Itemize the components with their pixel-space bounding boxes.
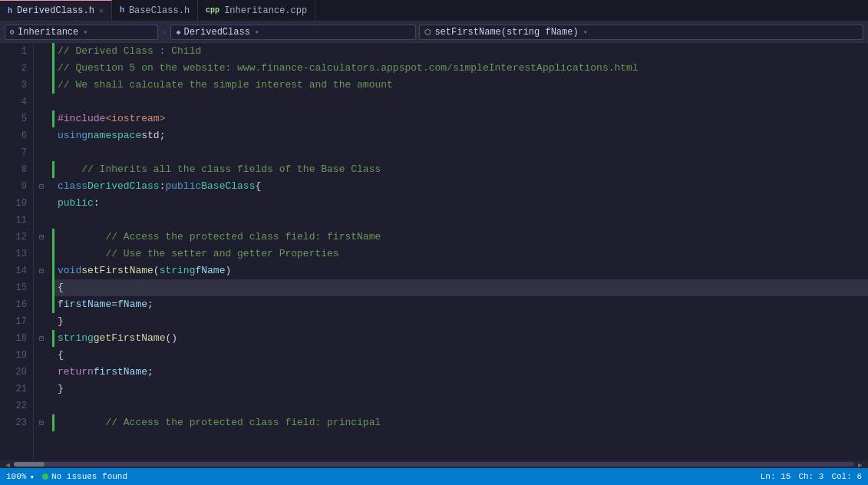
line-number: 12 [6, 229, 27, 246]
toolbar: ⚙ Inheritance ▾ › ◆ DerivedClass ▾ ⬡ set… [0, 21, 868, 43]
gutter-line [34, 161, 49, 178]
gutter-line [34, 212, 49, 229]
code-line[interactable] [52, 398, 868, 414]
green-bar-empty [52, 398, 58, 414]
code-line[interactable]: { [52, 279, 868, 296]
green-bar-empty [52, 212, 58, 229]
tab-label-derivedclass-h: DerivedClass.h [17, 5, 94, 16]
code-line[interactable] [52, 212, 868, 229]
code-line[interactable]: { [52, 347, 868, 364]
tab-icon-h2: h [120, 6, 124, 15]
code-line[interactable]: class DerivedClass : public BaseClass { [52, 178, 868, 195]
green-bar-empty [52, 347, 58, 364]
green-bar-empty [52, 381, 58, 398]
scope-label: Inheritance [18, 27, 78, 38]
line-number: 22 [6, 398, 27, 414]
status-left: 100% ▾ No issues found [6, 472, 751, 482]
tab-baseclass-h[interactable]: h BaseClass.h [112, 0, 198, 21]
code-line[interactable]: // Use the setter and getter Properties [52, 246, 868, 262]
col-label: Col: 6 [831, 472, 862, 481]
code-line[interactable]: // Derived Class : Child [52, 43, 868, 60]
code-line[interactable]: } [52, 381, 868, 398]
code-line[interactable]: #include <iostream> [52, 111, 868, 127]
gutter-line: ⊟ [34, 414, 49, 431]
gutter-line [34, 195, 49, 212]
gutter-line: ⊟ [34, 330, 49, 347]
code-line[interactable]: void setFirstName(string fName) [52, 262, 868, 279]
gutter: ⊟⊟⊟⊟⊟ [34, 43, 49, 460]
editor-body: 1234567891011121314151617181920212223 ⊟⊟… [0, 43, 868, 460]
gutter-line: ⊟ [34, 229, 49, 246]
ln-label: Ln: 15 [761, 472, 791, 481]
scrollbar-thumb[interactable] [14, 462, 45, 467]
close-icon-tab1[interactable]: ✕ [99, 6, 104, 15]
green-bar-empty [52, 195, 58, 212]
code-line[interactable] [52, 144, 868, 161]
tab-inheritance-cpp[interactable]: cpp Inheritance.cpp [198, 0, 315, 21]
green-bar-empty [52, 313, 58, 330]
status-bar: 100% ▾ No issues found Ln: 15 Ch: 3 Col:… [0, 468, 868, 485]
scrollbar-h[interactable]: ◂ ▸ [0, 460, 868, 468]
chevron-down-icon-method: ▾ [583, 28, 588, 37]
scope-selector[interactable]: ⚙ Inheritance ▾ [5, 25, 158, 40]
gutter-line [34, 77, 49, 94]
line-number: 20 [6, 364, 27, 381]
chevron-down-icon-zoom: ▾ [29, 472, 35, 482]
code-line[interactable]: return firstName; [52, 364, 868, 381]
gutter-line [34, 364, 49, 381]
code-line[interactable]: // Inherits all the class fields of the … [52, 161, 868, 178]
gutter-line [34, 144, 49, 161]
scrollbar-track[interactable] [14, 462, 853, 467]
class-selector[interactable]: ◆ DerivedClass ▾ [170, 25, 416, 40]
green-bar [52, 111, 54, 127]
green-bar [52, 77, 54, 94]
code-line[interactable]: firstName = fName; [52, 296, 868, 313]
class-icon: ◆ [176, 28, 180, 37]
scroll-left-arrow[interactable]: ◂ [2, 458, 14, 469]
green-dot-icon [42, 473, 48, 480]
line-number: 10 [6, 195, 27, 212]
code-line[interactable]: // Question 5 on the website: www.financ… [52, 60, 868, 77]
green-bar [52, 262, 54, 279]
line-number: 18 [6, 330, 27, 347]
fold-button[interactable]: ⊟ [39, 418, 44, 427]
line-number: 8 [6, 161, 27, 178]
green-bar [52, 246, 54, 262]
code-line[interactable] [52, 94, 868, 111]
code-line[interactable]: // Access the protected class field: pri… [52, 414, 868, 431]
gutter-line [34, 313, 49, 330]
method-selector[interactable]: ⬡ setFirstName(string fName) ▾ [419, 25, 863, 40]
fold-button[interactable]: ⊟ [39, 266, 44, 275]
gutter-line [34, 279, 49, 296]
scroll-right-arrow[interactable]: ▸ [854, 458, 866, 469]
chevron-down-icon-class: ▾ [255, 28, 259, 37]
editor-main: 1234567891011121314151617181920212223 ⊟⊟… [0, 43, 868, 468]
green-bar [52, 229, 54, 246]
fold-button[interactable]: ⊟ [39, 182, 44, 191]
line-number: 7 [6, 144, 27, 161]
method-icon: ⬡ [424, 28, 431, 37]
fold-button[interactable]: ⊟ [39, 334, 44, 343]
line-number: 4 [6, 94, 27, 111]
gutter-line [34, 398, 49, 414]
tab-derivedclass-h[interactable]: h DerivedClass.h ✕ [0, 0, 112, 21]
zoom-label: 100% [6, 472, 26, 481]
line-number: 3 [6, 77, 27, 94]
green-bar-empty [52, 144, 58, 161]
code-line[interactable]: // We shall calculate the simple interes… [52, 77, 868, 94]
code-line[interactable]: public: [52, 195, 868, 212]
green-bar [52, 296, 54, 313]
no-issues-indicator[interactable]: No issues found [42, 472, 127, 481]
line-number: 1 [6, 43, 27, 60]
code-line[interactable]: using namespace std; [52, 127, 868, 144]
line-number: 5 [6, 111, 27, 127]
green-bar-empty [52, 178, 58, 195]
gutter-line [34, 43, 49, 60]
code-area[interactable]: // Derived Class : Child // Question 5 o… [49, 43, 868, 460]
fold-button[interactable]: ⊟ [39, 233, 44, 242]
code-line[interactable]: // Access the protected class field: fir… [52, 229, 868, 246]
code-line[interactable]: string getFirstName() [52, 330, 868, 347]
zoom-control[interactable]: 100% ▾ [6, 472, 35, 482]
code-line[interactable]: } [52, 313, 868, 330]
green-bar-empty [52, 127, 58, 144]
